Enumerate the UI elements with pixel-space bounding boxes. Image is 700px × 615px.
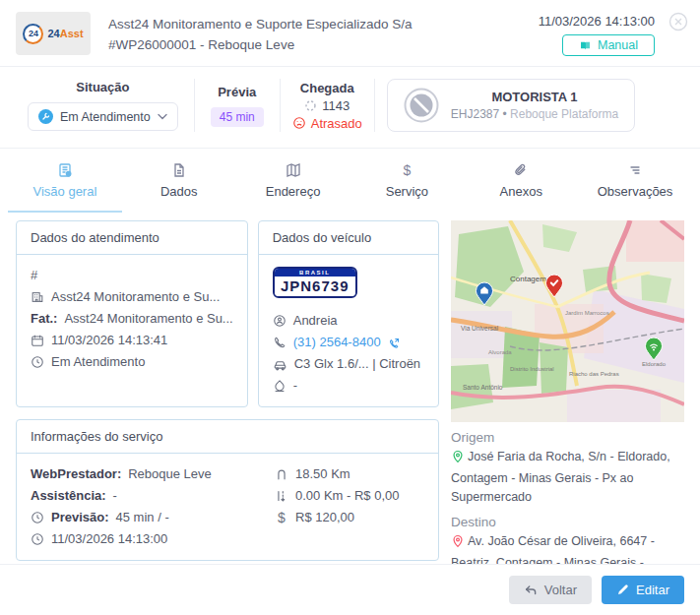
driver-info: MOTORISTA 1 EHJ2387 • Reboque Plataforma [451, 90, 618, 121]
assistencia-label: Assistência: [31, 485, 106, 507]
header-titles: Asst24 Monitoramento e Suporte Especiali… [108, 12, 412, 55]
left-column: Dados do atendimento # Asst24 Monitorame… [16, 220, 439, 615]
route-icon [275, 467, 288, 481]
driver-sub: EHJ2387 • Reboque Plataforma [451, 107, 618, 121]
previa-section: Prévia 45 min [195, 85, 280, 127]
close-icon[interactable] [668, 12, 688, 31]
back-arrow-icon [524, 584, 538, 597]
service-datetime: 11/03/2026 14:13:00 [51, 528, 167, 550]
main-content: Dados do atendimento # Asst24 Monitorame… [0, 213, 700, 615]
manual-button[interactable]: Manual [562, 34, 655, 56]
chegada-value: 1143 [322, 98, 350, 113]
logo-text-24: 24 [47, 28, 59, 39]
vehicle-card: Dados do veículo BRASIL JPN6739 Andreia [258, 220, 439, 407]
tab-label: Observações [598, 184, 673, 199]
paperclip-icon [513, 162, 529, 178]
tab-label: Dados [160, 184, 198, 199]
tab-visao-geral[interactable]: Visão geral [8, 153, 122, 213]
overview-document-icon [57, 162, 73, 178]
attendance-card: Dados do atendimento # Asst24 Monitorame… [16, 220, 248, 407]
folded-map-icon [286, 162, 301, 178]
building-icon [31, 290, 44, 304]
webprestador-label: WebPrestador: [31, 463, 121, 485]
origin-pin-icon [451, 450, 465, 469]
vehicle-model: C3 Glx 1.6/... | Citroën [294, 353, 420, 375]
map-label: Eldorado [642, 361, 667, 367]
assistencia-value: - [113, 485, 117, 507]
phone-icon [273, 336, 286, 349]
map-label: Riacho das Pedras [569, 371, 619, 377]
tab-label: Endereço [266, 184, 321, 199]
service-distance: 18.50 Km [295, 463, 350, 485]
order-number: # [31, 265, 37, 286]
frown-icon [292, 116, 306, 130]
situacao-section: Situação Em Atendimento [12, 80, 194, 131]
editar-button-label: Editar [636, 583, 669, 597]
map-label: Santo Antônio [463, 384, 503, 391]
spinner-icon [304, 99, 317, 112]
manual-button-label: Manual [598, 38, 638, 52]
chegada-label: Chegada [300, 81, 354, 95]
service-extra: 0.00 Km - R$ 0,00 [295, 485, 400, 507]
company-title: Asst24 Monitoramento e Suporte Especiali… [108, 14, 412, 34]
origem-label: Origem [451, 430, 684, 445]
footer: Voltar Editar [0, 564, 700, 615]
status-bar: Situação Em Atendimento Prévia 45 min Ch… [0, 67, 700, 149]
previa-badge: 45 min [211, 107, 264, 127]
tab-endereco[interactable]: Endereço [236, 153, 350, 213]
previsao-value: 45 min / - [116, 507, 169, 528]
divider [374, 79, 375, 132]
vehicle-driver-name: Andreia [293, 310, 338, 332]
vehicle-color: - [293, 375, 297, 397]
file-icon [171, 162, 187, 178]
service-right-column: 18.50 Km 0.00 Km - R$ 0,00 $ R$ 120,00 [275, 463, 424, 550]
phone-link[interactable]: (31) 2564-8400 [293, 332, 381, 353]
extra-distance-icon [275, 489, 288, 503]
map-label: Jardim Marrocos [565, 310, 609, 316]
attendance-datetime: 11/03/2026 14:13:41 [51, 330, 167, 351]
call-out-icon[interactable] [388, 337, 401, 349]
attendance-card-title: Dados do atendimento [17, 221, 247, 255]
attendance-company: Asst24 Monitoramento e Su... [51, 286, 220, 308]
situacao-dropdown[interactable]: Em Atendimento [28, 102, 178, 131]
origem-address: José Faria da Rocha, S/n - Eldorado, Con… [451, 448, 684, 507]
calendar-icon [31, 334, 44, 347]
service-card-title: Informações do serviço [17, 420, 438, 454]
clock-icon [31, 511, 44, 524]
dollar-icon: $ [404, 162, 412, 178]
clock-status-icon [31, 355, 44, 369]
fat-label: Fat.: [31, 308, 57, 330]
previsao-label: Previsão: [51, 507, 109, 528]
driver-vehicle-type: Reboque Plataforma [510, 107, 618, 121]
logo-text: 24Asst [47, 29, 83, 39]
vehicle-card-title: Dados do veículo [259, 221, 438, 255]
situacao-value: Em Atendimento [60, 110, 151, 124]
voltar-button[interactable]: Voltar [509, 576, 592, 604]
webprestador-value: Reboque Leve [128, 463, 212, 485]
previa-label: Prévia [218, 85, 256, 99]
tab-observacoes[interactable]: Observações [578, 153, 692, 213]
order-datetime: 11/03/2026 14:13:00 [539, 14, 655, 29]
service-left-column: WebPrestador: Reboque Leve Assistência: … [31, 463, 275, 550]
wrench-icon [38, 109, 53, 124]
tab-anexos[interactable]: Anexos [464, 153, 578, 213]
route-map[interactable]: Contagem Jardim Marrocos Via Universal A… [451, 220, 684, 422]
tab-label: Visão geral [33, 184, 97, 199]
tab-dados[interactable]: Dados [122, 153, 236, 213]
situacao-label: Situação [76, 80, 129, 94]
attendance-status: Em Atendimento [51, 351, 145, 373]
notes-lines-icon [627, 162, 643, 178]
clock-icon [31, 532, 44, 546]
tab-label: Anexos [500, 184, 542, 199]
tab-servico[interactable]: $ Serviço [350, 153, 464, 213]
editar-button[interactable]: Editar [602, 576, 684, 604]
car-icon [273, 357, 287, 372]
voltar-button-label: Voltar [544, 583, 577, 597]
driver-card[interactable]: MOTORISTA 1 EHJ2387 • Reboque Plataforma [387, 79, 635, 132]
driver-name: MOTORISTA 1 [451, 90, 618, 104]
chegada-section: Chegada 1143 Atrasado [281, 81, 374, 131]
header: 24 24Asst Asst24 Monitoramento e Suporte… [0, 0, 700, 67]
app-logo: 24 24Asst [16, 12, 91, 55]
separator-dot: • [503, 107, 507, 121]
map-label: Distrito Industrial [510, 366, 554, 372]
